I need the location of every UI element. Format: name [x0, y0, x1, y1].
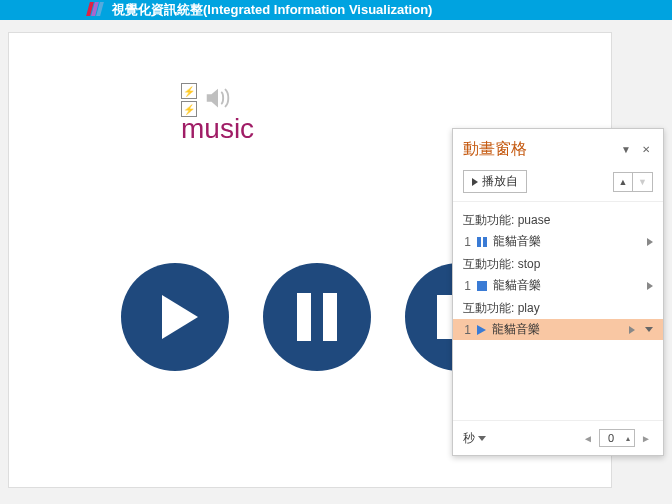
pane-title: 動畫窗格 [463, 139, 613, 160]
chevron-down-icon [478, 436, 486, 441]
move-up-button[interactable]: ▲ [613, 172, 633, 192]
media-cluster: music [181, 83, 254, 145]
pause-button[interactable] [263, 263, 371, 371]
chevron-down-icon[interactable] [645, 327, 653, 332]
close-icon[interactable]: ✕ [639, 143, 653, 157]
item-name: 龍貓音樂 [493, 277, 641, 294]
slide-area: music 動畫窗格 ▼ ✕ 播放自 ▲ ▼ 互動功能: puase [0, 20, 672, 504]
pane-header: 動畫窗格 ▼ ✕ [453, 129, 663, 166]
seconds-label: 秒 [463, 430, 475, 447]
animation-item[interactable]: 1 龍貓音樂 [453, 231, 663, 252]
spinner-value: 0 [600, 432, 622, 444]
group-header: 互動功能: puase [453, 208, 663, 231]
play-icon [477, 325, 486, 335]
move-down-button[interactable]: ▼ [633, 172, 653, 192]
speaker-icon[interactable] [203, 83, 233, 117]
reorder-buttons: ▲ ▼ [613, 172, 653, 192]
title-text: 視覺化資訊統整(Integrated Information Visualiza… [112, 1, 432, 19]
stop-icon [477, 281, 487, 291]
pane-menu-icon[interactable]: ▼ [619, 143, 633, 157]
timeline-spinner[interactable]: 0 ▴ [599, 429, 635, 447]
spinner-up-button[interactable]: ▴ [622, 430, 634, 446]
pane-body: 互動功能: puase 1 龍貓音樂 互動功能: stop 1 龍貓音樂 互動功… [453, 202, 663, 420]
play-icon [162, 295, 198, 339]
preview-icon[interactable] [647, 282, 653, 290]
item-index: 1 [463, 235, 471, 249]
seconds-dropdown[interactable]: 秒 [463, 430, 486, 447]
pause-icon [477, 237, 487, 247]
group-header: 互動功能: play [453, 296, 663, 319]
timeline-next-button[interactable]: ► [639, 433, 653, 444]
animation-item[interactable]: 1 龍貓音樂 [453, 275, 663, 296]
item-name: 龍貓音樂 [493, 233, 641, 250]
animation-pane: 動畫窗格 ▼ ✕ 播放自 ▲ ▼ 互動功能: puase 1 龍貓音樂 互動功能… [452, 128, 664, 456]
play-button[interactable] [121, 263, 229, 371]
pane-toolbar: 播放自 ▲ ▼ [453, 166, 663, 202]
group-header: 互動功能: stop [453, 252, 663, 275]
app-logo-icon [88, 2, 104, 18]
play-from-label: 播放自 [482, 173, 518, 190]
animation-tag-icon[interactable] [181, 83, 197, 99]
animation-item[interactable]: 1 龍貓音樂 [453, 319, 663, 340]
timeline-prev-button[interactable]: ◄ [581, 433, 595, 444]
item-index: 1 [463, 279, 471, 293]
title-bar: 視覺化資訊統整(Integrated Information Visualiza… [0, 0, 672, 20]
pause-icon [297, 293, 337, 341]
preview-icon[interactable] [629, 326, 635, 334]
preview-icon[interactable] [647, 238, 653, 246]
pane-footer: 秒 ◄ 0 ▴ ► [453, 420, 663, 455]
play-icon [472, 178, 478, 186]
item-index: 1 [463, 323, 471, 337]
music-label: music [181, 113, 254, 145]
item-name: 龍貓音樂 [492, 321, 623, 338]
play-from-button[interactable]: 播放自 [463, 170, 527, 193]
